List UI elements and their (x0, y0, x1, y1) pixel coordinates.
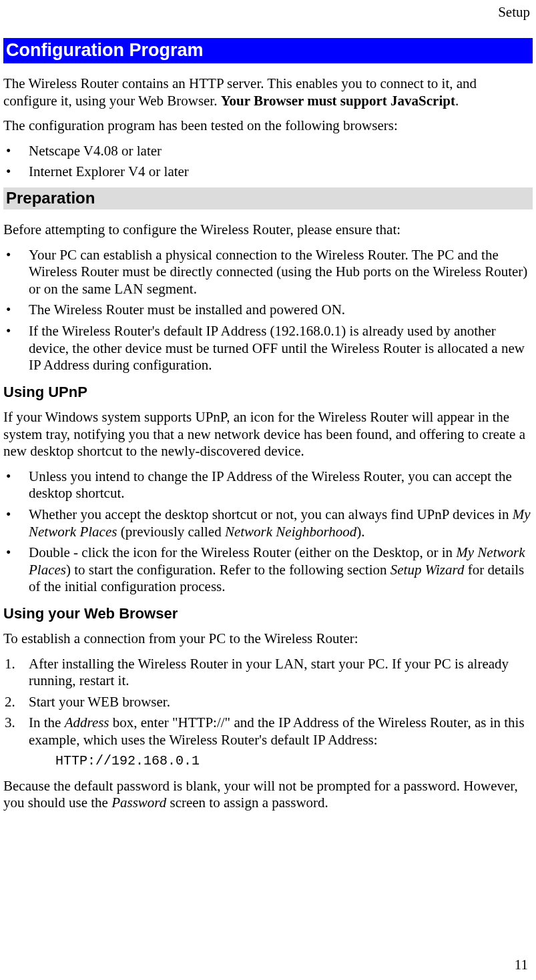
password-note: Because the default password is blank, y… (3, 778, 533, 812)
text: ) to start the configuration. Refer to t… (66, 562, 390, 578)
upnp-list: Unless you intend to change the IP Addre… (3, 468, 533, 596)
text: Double - click the icon for the Wireless… (29, 544, 456, 560)
list-item: Start your WEB browser. (3, 694, 533, 711)
italic-text: Address (65, 714, 109, 730)
italic-text: Password (111, 795, 166, 811)
heading-configuration-program: Configuration Program (3, 38, 533, 63)
list-item: Internet Explorer V4 or later (3, 163, 533, 181)
list-item: Unless you intend to change the IP Addre… (3, 468, 533, 502)
intro-paragraph-2: The configuration program has been teste… (3, 117, 533, 135)
preparation-list: Your PC can establish a physical connect… (3, 247, 533, 374)
text: In the (29, 714, 65, 730)
italic-text: Network Neighborhood (225, 524, 356, 540)
text: screen to assign a password. (166, 795, 328, 811)
browsers-list: Netscape V4.08 or later Internet Explore… (3, 143, 533, 181)
page-number: 11 (515, 957, 528, 973)
heading-preparation: Preparation (3, 187, 533, 209)
list-item: If the Wireless Router's default IP Addr… (3, 323, 533, 374)
bold-text: Your Browser must support JavaScript (221, 93, 455, 109)
list-item: The Wireless Router must be installed an… (3, 302, 533, 319)
italic-text: Setup Wizard (390, 562, 465, 578)
upnp-intro: If your Windows system supports UPnP, an… (3, 409, 533, 460)
header-section-label: Setup (3, 4, 533, 21)
text: . (455, 93, 459, 109)
web-intro: To establish a connection from your PC t… (3, 630, 533, 648)
heading-using-upnp: Using UPnP (3, 384, 533, 401)
list-item: Your PC can establish a physical connect… (3, 247, 533, 298)
text: Whether you accept the desktop shortcut … (29, 506, 513, 522)
text: ). (356, 524, 364, 540)
text: (previously called (117, 524, 225, 540)
preparation-intro: Before attempting to configure the Wirel… (3, 221, 533, 239)
web-steps-list: After installing the Wireless Router in … (3, 656, 533, 749)
list-item: Netscape V4.08 or later (3, 143, 533, 160)
http-example: HTTP://192.168.0.1 (55, 753, 533, 769)
heading-using-web-browser: Using your Web Browser (3, 605, 533, 622)
list-item: After installing the Wireless Router in … (3, 656, 533, 690)
intro-paragraph-1: The Wireless Router contains an HTTP ser… (3, 75, 533, 109)
list-item: In the Address box, enter "HTTP://" and … (3, 714, 533, 749)
list-item: Double - click the icon for the Wireless… (3, 544, 533, 596)
list-item: Whether you accept the desktop shortcut … (3, 506, 533, 540)
